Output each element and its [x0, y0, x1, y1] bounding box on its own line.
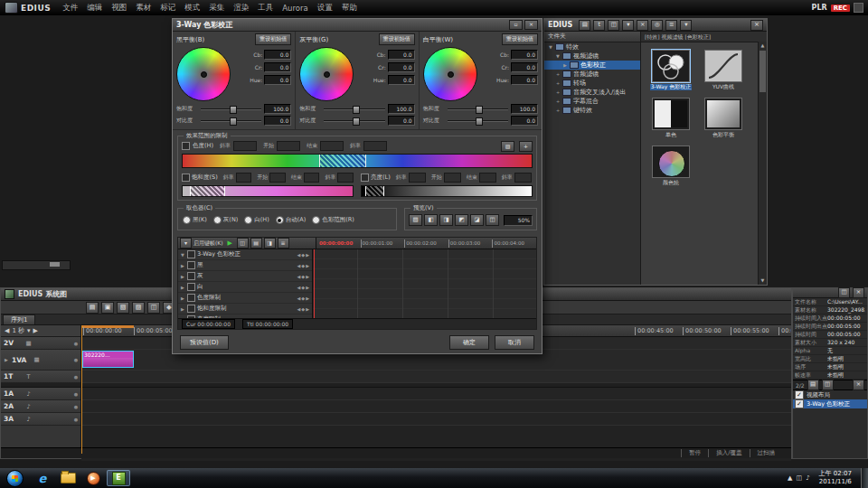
hue-range-selection[interactable] [319, 155, 366, 167]
kf-row-hue-limit[interactable]: ▶ 色度限制 ◀◆▶ [178, 293, 312, 304]
cb-field[interactable]: 0.0 [264, 50, 291, 60]
luma-range-bar[interactable] [361, 185, 533, 197]
keyframe-playhead[interactable] [314, 249, 315, 318]
reset-default-button[interactable]: 重设初始值 [255, 33, 291, 45]
kf-row-root[interactable]: ▼ 3-Way 色彩校正 ◀◆▶ [178, 249, 312, 260]
start-button[interactable] [6, 470, 24, 487]
copy-icon[interactable]: ▨ [132, 302, 145, 314]
track-head-2a[interactable]: 2A ♪ ● [1, 400, 80, 413]
sat-end-field[interactable] [304, 173, 320, 183]
hue-field[interactable]: 0.0 [264, 75, 291, 85]
expander-icon[interactable]: + [555, 108, 561, 113]
timeline-playhead[interactable] [81, 325, 82, 454]
saturation-limit-checkbox[interactable] [182, 174, 190, 182]
keyframe-menu-icon[interactable]: ▾ [180, 238, 192, 249]
paste-icon[interactable]: ◫ [147, 302, 160, 314]
cut-icon[interactable]: ▧ [117, 302, 129, 314]
keyframe-enable-label[interactable]: 启用键帧(K) [193, 239, 223, 248]
effect-item-color-wheel[interactable]: 颜色轮 [648, 145, 693, 186]
track-head-1t[interactable]: 1T T ● [1, 371, 80, 383]
folder-icon[interactable]: ▤ [579, 20, 590, 31]
minimize-icon[interactable]: ▫ [509, 20, 523, 30]
menu-mode[interactable]: 模式 [180, 2, 204, 14]
compare-pencil-icon[interactable]: ▨ [409, 214, 422, 226]
preview-scrollbar-thumb[interactable] [50, 262, 60, 267]
ok-button[interactable]: 确定 [449, 335, 489, 350]
effect-item-monochrome[interactable]: 单色 [648, 98, 693, 138]
tree-item-color-correction[interactable]: ▶ 色彩校正 [544, 61, 640, 70]
close-icon[interactable]: × [750, 20, 763, 31]
track-lock-icon[interactable]: ● [74, 357, 78, 362]
cancel-button[interactable]: 取消 [495, 335, 534, 350]
expander-icon[interactable]: + [555, 89, 561, 95]
contrast-field[interactable]: 0.0 [511, 116, 538, 126]
track-lane-3a[interactable] [81, 413, 791, 426]
track-lock-icon[interactable]: ● [74, 391, 78, 397]
preview-zoom-select[interactable]: 50% [504, 215, 533, 226]
picker-option-black[interactable]: 黑(K) [183, 216, 207, 224]
delete-icon[interactable]: × [637, 20, 648, 31]
saturation-slider[interactable] [448, 105, 508, 113]
track-lock-icon[interactable]: ● [74, 417, 78, 422]
menu-clip[interactable]: 素材 [131, 2, 156, 14]
tray-window-icon[interactable]: ◫ [797, 474, 803, 482]
luma-slope-start-field[interactable] [409, 173, 426, 183]
palette-scrollbar[interactable]: ▲ ▼ [758, 42, 767, 285]
luma-slope-end-field[interactable] [514, 173, 532, 183]
keyframe-grid[interactable] [313, 249, 536, 318]
menu-help[interactable]: 帮助 [337, 2, 362, 14]
keyframe-play-icon[interactable]: ▶ [225, 239, 235, 247]
window-icon[interactable]: ◫ [822, 380, 834, 390]
track-lock-icon[interactable]: ● [74, 404, 78, 409]
track-lane-1a[interactable] [81, 388, 791, 400]
kf-checkbox[interactable] [187, 261, 195, 269]
open-project-icon[interactable]: ▤ [86, 302, 99, 314]
preview-scrollbar[interactable] [2, 260, 71, 270]
expander-icon[interactable]: ▼ [180, 252, 185, 258]
track-head-2v[interactable]: 2V ▦ ● [1, 337, 80, 350]
tab-sequence-1[interactable]: 序列1 [3, 314, 35, 324]
hue-start-field[interactable] [277, 141, 300, 151]
tree-item-video-filters[interactable]: ▼ 视频滤镜 [544, 52, 640, 61]
taskbar-explorer-icon[interactable] [56, 470, 80, 486]
effect-item-yuv-curve[interactable]: YUV曲线 [701, 50, 746, 90]
contrast-slider[interactable] [201, 117, 261, 125]
white-balance-color-wheel[interactable] [423, 47, 477, 101]
reset-default-button[interactable]: 重设初始值 [379, 33, 415, 45]
kf-row-sat-limit[interactable]: ▶ 饱和度限制 ◀◆▶ [178, 304, 312, 314]
track-lane-1t[interactable] [81, 371, 791, 383]
audio-track-icon[interactable]: ♪ [24, 390, 33, 398]
applied-effect-3way-cc[interactable]: ✓ 3-Way 色彩校正 [793, 399, 867, 408]
timescale-dropdown-icon[interactable]: ▾ [27, 327, 31, 334]
luma-end-field[interactable] [479, 173, 496, 183]
taskbar-clock[interactable]: 上午 02:07 2011/11/6 [814, 470, 857, 486]
expander-icon[interactable]: + [555, 99, 561, 104]
contrast-slider[interactable] [324, 117, 384, 125]
effect-thumbnail-mono[interactable] [652, 98, 690, 130]
track-head-3a[interactable]: 3A ♪ ● [1, 413, 80, 426]
video-track-icon[interactable]: ▦ [24, 340, 33, 347]
expander-icon[interactable]: + [555, 71, 561, 77]
menu-icon[interactable]: ≡ [665, 20, 677, 31]
keyframe-window-icon[interactable]: ◫ [237, 238, 249, 249]
audio-track-icon[interactable]: ♪ [24, 416, 33, 423]
contrast-slider[interactable] [448, 117, 508, 125]
track-head-1va[interactable]: ▶ 1VA ▦ ● [1, 350, 80, 371]
picker-option-white[interactable]: 白(H) [244, 216, 269, 224]
menu-tools[interactable]: 工具 [253, 2, 278, 14]
folder-icon[interactable]: ▤ [807, 380, 819, 390]
close-icon[interactable]: × [524, 20, 538, 30]
video-track-icon[interactable]: ▦ [33, 356, 41, 363]
effect-item-3way-cc[interactable]: 3-Way 色彩校正 [648, 50, 693, 90]
contrast-field[interactable]: 0.0 [264, 116, 291, 126]
split-left-icon[interactable]: ◧ [424, 214, 438, 226]
split-topleft-icon[interactable]: ◩ [455, 214, 468, 226]
menu-settings[interactable]: 设置 [313, 2, 337, 14]
effect-item-color-balance[interactable]: 色彩平衡 [701, 98, 746, 138]
track-lane-2a[interactable] [81, 400, 791, 413]
cb-field[interactable]: 0.0 [511, 50, 538, 60]
text-tool-icon[interactable]: t [593, 20, 605, 31]
effect-thumbnail-yuv[interactable] [704, 50, 742, 82]
menu-render[interactable]: 渲染 [229, 2, 253, 14]
saturation-slider[interactable] [201, 105, 261, 113]
